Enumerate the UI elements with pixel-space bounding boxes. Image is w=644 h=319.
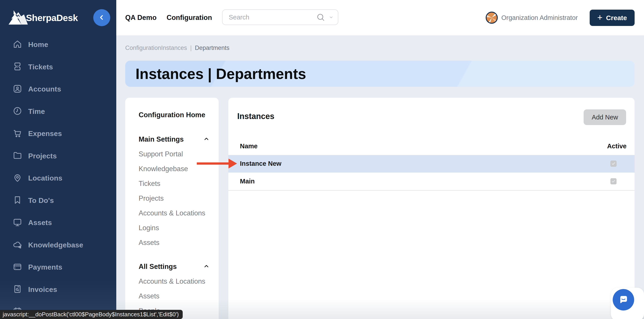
sidebar-item-label: Knowledgebase <box>28 241 83 249</box>
sidebar-item-home[interactable]: Home <box>0 34 116 56</box>
sidebar-item-label: Time <box>28 107 45 116</box>
column-header-name: Name <box>240 143 258 150</box>
search-icon[interactable] <box>316 13 325 22</box>
chevron-up-icon <box>203 136 210 143</box>
sidebar-item-label: Locations <box>28 174 62 182</box>
active-checkbox[interactable] <box>610 161 616 167</box>
section-title: All Settings <box>139 263 177 271</box>
configuration-panel: Configuration Home Main Settings Support… <box>125 98 219 319</box>
credit-card-icon <box>12 262 22 273</box>
clock-icon <box>12 106 22 117</box>
monitor-icon <box>12 217 22 228</box>
sidebar-item-knowledgebase[interactable]: Knowledgebase <box>0 234 116 256</box>
instance-name[interactable]: Instance New <box>240 160 281 167</box>
config-link-assets-2[interactable]: Assets <box>139 291 210 301</box>
chat-bubble-icon <box>618 294 629 306</box>
instance-name[interactable]: Main <box>240 178 255 185</box>
search-box <box>222 10 338 25</box>
cart-icon <box>12 128 22 139</box>
sidebar-item-label: Home <box>28 41 48 49</box>
sidebar-item-todos[interactable]: To Do's <box>0 189 116 212</box>
chevron-left-icon <box>98 14 106 22</box>
sidebar-item-label: Payments <box>28 263 62 271</box>
checkmark-icon <box>611 179 616 183</box>
sidebar-item-projects[interactable]: Projects <box>0 145 116 167</box>
accounts-icon <box>12 84 22 95</box>
sidebar-item-label: Tickets <box>28 63 53 71</box>
config-link-knowledgebase[interactable]: Knowledgebase <box>139 164 210 174</box>
config-link-assets[interactable]: Assets <box>139 237 210 248</box>
page-title-banner: Instances | Departments <box>125 61 634 87</box>
sidebar-item-expenses[interactable]: Expenses <box>0 123 116 145</box>
table-header: Name Active <box>228 139 634 155</box>
panel-heading: Instances <box>237 112 274 121</box>
chevron-up-icon <box>203 263 210 270</box>
breadcrumb-current: Departments <box>195 45 230 52</box>
folder-icon <box>12 151 22 161</box>
table-row-main[interactable]: Main <box>228 172 634 191</box>
sidebar-item-accounts[interactable]: Accounts <box>0 78 116 100</box>
instances-panel: Instances Add New Name Active Instance N… <box>228 98 634 319</box>
create-button[interactable]: + Create <box>590 10 634 26</box>
nav-configuration[interactable]: Configuration <box>166 0 212 35</box>
sidebar-item-label: Projects <box>28 152 57 160</box>
sidebar-item-label: Invoices <box>28 285 57 294</box>
sidebar-item-invoices[interactable]: Invoices <box>0 278 116 301</box>
app-window: SherpaDesk Home Tickets Accounts Time <box>0 0 644 319</box>
app-logo[interactable]: SherpaDesk <box>8 8 78 28</box>
topbar: QA Demo Configuration Organization Admin… <box>116 0 644 35</box>
app-logo-text: SherpaDesk <box>26 13 78 23</box>
sidebar-item-payments[interactable]: Payments <box>0 256 116 278</box>
sidebar-item-label: Accounts <box>28 85 61 93</box>
map-pin-icon <box>12 173 22 184</box>
workspace-selector[interactable]: QA Demo <box>125 0 156 35</box>
column-header-active: Active <box>607 143 626 150</box>
sidebar-collapse-button[interactable] <box>93 9 110 26</box>
breadcrumb: ConfigurationInstances | Departments <box>125 44 230 52</box>
user-role-label[interactable]: Organization Administrator <box>501 0 578 35</box>
sidebar: SherpaDesk Home Tickets Accounts Time <box>0 0 116 319</box>
breadcrumb-separator: | <box>190 44 192 52</box>
bookmark-icon <box>12 195 22 206</box>
home-icon <box>12 39 22 50</box>
sidebar-item-locations[interactable]: Locations <box>0 167 116 189</box>
section-title: Main Settings <box>139 135 184 143</box>
config-link-tickets[interactable]: Tickets <box>139 178 210 189</box>
config-link-support-portal[interactable]: Support Portal <box>139 149 210 160</box>
config-link-accounts-locations[interactable]: Accounts & Locations <box>139 208 210 219</box>
search-input[interactable] <box>228 14 316 21</box>
breadcrumb-link-configuration-instances[interactable]: ConfigurationInstances <box>125 45 187 52</box>
cloud-share-icon <box>12 240 22 250</box>
sidebar-item-label: Assets <box>28 219 52 227</box>
plus-icon: + <box>597 13 602 22</box>
sidebar-item-label: Expenses <box>28 130 62 138</box>
active-checkbox[interactable] <box>610 178 616 184</box>
sidebar-item-tickets[interactable]: Tickets <box>0 56 116 78</box>
section-all-settings[interactable]: All Settings <box>139 261 210 272</box>
create-button-label: Create <box>606 14 627 22</box>
checkmark-icon <box>611 162 616 166</box>
avatar[interactable] <box>486 12 498 24</box>
config-link-projects[interactable]: Projects <box>139 193 210 204</box>
section-main-settings[interactable]: Main Settings <box>139 134 210 145</box>
invoice-icon <box>12 284 22 295</box>
ticket-icon <box>12 62 22 72</box>
status-tooltip: javascript:__doPostBack('ctl00$PageBody$… <box>0 310 183 319</box>
table-row-instance-new[interactable]: Instance New <box>228 155 634 172</box>
config-link-logins[interactable]: Logins <box>139 223 210 233</box>
sidebar-nav: Home Tickets Accounts Time Expenses Proj… <box>0 34 116 319</box>
config-home-link[interactable]: Configuration Home <box>139 110 210 120</box>
sidebar-item-assets[interactable]: Assets <box>0 212 116 234</box>
sidebar-item-time[interactable]: Time <box>0 100 116 123</box>
search-chevron-down-icon[interactable] <box>328 15 334 20</box>
chat-launcher-button[interactable] <box>613 289 634 310</box>
page-title: Instances | Departments <box>125 65 306 82</box>
config-link-accounts-locations-2[interactable]: Accounts & Locations <box>139 276 210 287</box>
sidebar-item-label: To Do's <box>28 196 54 205</box>
add-new-button[interactable]: Add New <box>584 109 626 125</box>
